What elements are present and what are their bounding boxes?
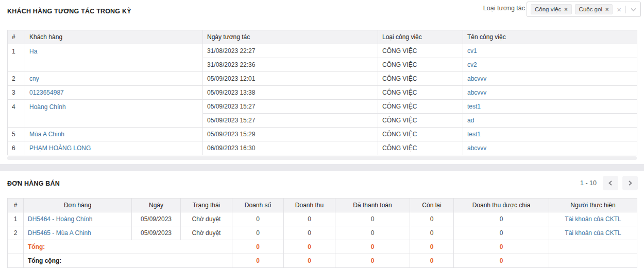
cell-sales: 0 (232, 212, 284, 226)
cell-date: 05/09/2023 12:01 (203, 72, 378, 86)
total-paid: 0 (335, 240, 410, 254)
next-page-button[interactable] (622, 176, 638, 190)
total-revenue: 0 (284, 240, 335, 254)
cell-sales: 0 (232, 226, 284, 240)
customer-interactions-table: # Khách hàng Ngày tương tác Loại công vi… (7, 30, 637, 155)
table-row: 2 cny 05/09/2023 12:01 CÔNG VIỆC abcvvv (8, 72, 637, 86)
filter-tag-cuoc-goi: Cuộc gọi × (575, 4, 613, 14)
cell-work-name: cv2 (463, 58, 637, 72)
cell-work-type: CÔNG VIỆC (378, 44, 463, 58)
cell-num: 4 (8, 100, 25, 128)
chevron-down-icon[interactable] (630, 6, 637, 13)
work-link[interactable]: cv1 (467, 47, 477, 55)
col-work-type: Loại công việc (378, 30, 463, 44)
order-link[interactable]: DH5465 - Mùa A Chinh (28, 229, 91, 237)
tag-remove-icon[interactable]: × (605, 7, 608, 12)
cell-work-type: CÔNG VIỆC (378, 58, 463, 72)
sales-orders-table: # Đơn hàng Ngày Trạng thái Doanh số Doan… (7, 198, 637, 268)
cell-work-type: CÔNG VIỆC (378, 72, 463, 86)
cell-status: Chờ duyệt (181, 226, 232, 240)
cell-shared-revenue: 0 (454, 226, 549, 240)
grand-total-remaining: 0 (410, 254, 454, 268)
cell-date: 05/09/2023 13:38 (203, 86, 378, 100)
cell-date: 06/09/2023 16:30 (203, 141, 378, 155)
cell-work-type: CÔNG VIỆC (378, 141, 463, 155)
chevron-left-icon (607, 180, 614, 186)
col-sales: Doanh số (232, 199, 284, 212)
col-num: # (8, 199, 24, 212)
grand-total-paid: 0 (335, 254, 410, 268)
tag-label: Công việc (535, 6, 561, 12)
cell-shared-revenue: 0 (454, 212, 549, 226)
work-link[interactable]: ad (467, 117, 474, 124)
interaction-type-select[interactable]: Công việc × Cuộc gọi × × (527, 2, 641, 17)
customer-link[interactable]: cny (29, 75, 39, 82)
cell-assignee-empty (549, 254, 637, 268)
section-separator (0, 164, 644, 171)
cell-paid: 0 (335, 212, 410, 226)
cell-work-type: CÔNG VIỆC (378, 114, 463, 128)
sales-orders-panel: 1 - 10 ĐƠN HÀNG BÁN # Đơn hàng Ngày Trạn… (0, 171, 644, 268)
cell-assignee: Tài khoản của CKTL (549, 212, 637, 226)
work-link[interactable]: test1 (467, 103, 481, 110)
table-row: 3 0123654987 05/09/2023 13:38 CÔNG VIỆC … (8, 86, 637, 100)
cell-paid: 0 (335, 226, 410, 240)
table-row: 1 Ha 31/08/2023 22:27 CÔNG VIỆC cv1 (8, 44, 637, 58)
cell-customer: Hoàng Chính (25, 100, 203, 128)
col-interaction-date: Ngày tương tác (203, 30, 378, 44)
cell-num: 2 (8, 72, 25, 86)
total-shared-revenue: 0 (454, 240, 549, 254)
prev-page-button[interactable] (603, 176, 618, 190)
table-header-row: # Khách hàng Ngày tương tác Loại công vi… (8, 30, 637, 44)
order-link[interactable]: DH5464 - Hoàng Chính (28, 215, 92, 223)
filter-label: Loại tương tác (483, 5, 525, 12)
grand-total-sales: 0 (232, 254, 284, 268)
cell-revenue: 0 (284, 212, 335, 226)
cell-work-name: cv1 (463, 44, 637, 58)
tag-remove-icon[interactable]: × (564, 7, 567, 12)
cell-customer: Mùa A Chinh (25, 128, 203, 141)
cell-customer: 0123654987 (25, 86, 203, 100)
cell-work-name: abcvvv (463, 72, 637, 86)
work-link[interactable]: abcvvv (467, 145, 486, 152)
table-header-row: # Đơn hàng Ngày Trạng thái Doanh số Doan… (8, 199, 637, 212)
cell-work-name: test1 (463, 128, 637, 141)
clear-selection-icon[interactable]: × (617, 6, 621, 13)
cell-status: Chờ duyệt (181, 212, 232, 226)
cell-work-name: abcvvv (463, 86, 637, 100)
assignee-link[interactable]: Tài khoản của CKTL (565, 215, 621, 223)
total-remaining: 0 (410, 240, 454, 254)
cell-revenue: 0 (284, 226, 335, 240)
col-shared-revenue: Doanh thu được chia (454, 199, 549, 212)
cell-date: 31/08/2023 22:27 (203, 44, 378, 58)
select-controls: × (617, 6, 637, 13)
assignee-link[interactable]: Tài khoản của CKTL (565, 229, 621, 237)
cell-order: DH5464 - Hoàng Chính (24, 212, 132, 226)
col-num: # (8, 30, 25, 44)
col-date: Ngày (132, 199, 181, 212)
table-row: 6 PHẠM HOÀNG LONG 06/09/2023 16:30 CÔNG … (8, 141, 637, 155)
tag-label: Cuộc gọi (579, 6, 602, 12)
cell-customer: Ha (25, 44, 203, 72)
work-link[interactable]: test1 (467, 131, 481, 138)
customer-link[interactable]: Hoàng Chính (29, 103, 66, 111)
horizontal-scrollbar[interactable] (7, 156, 637, 160)
work-link[interactable]: abcvvv (467, 75, 486, 82)
cell-work-type: CÔNG VIỆC (378, 128, 463, 141)
cell-num: 1 (8, 44, 25, 72)
grand-total-row: Tổng cộng: 0 0 0 0 0 (8, 254, 637, 268)
cell-customer: PHẠM HOÀNG LONG (25, 141, 203, 155)
cell-date: 05/09/2023 (132, 226, 181, 240)
customer-link[interactable]: Mùa A Chinh (29, 131, 64, 138)
cell-date: 05/09/2023 (132, 212, 181, 226)
cell-customer: cny (25, 72, 203, 86)
customer-link[interactable]: 0123654987 (29, 89, 64, 96)
customer-link[interactable]: PHẠM HOÀNG LONG (29, 145, 91, 152)
cell-work-type: CÔNG VIỆC (378, 100, 463, 114)
work-link[interactable]: cv2 (467, 61, 477, 68)
grand-total-label: Tổng cộng: (24, 254, 232, 268)
customer-link[interactable]: Ha (29, 48, 37, 55)
cell-num: 5 (8, 128, 25, 141)
cell-work-name: abcvvv (463, 141, 637, 155)
work-link[interactable]: abcvvv (467, 89, 486, 96)
